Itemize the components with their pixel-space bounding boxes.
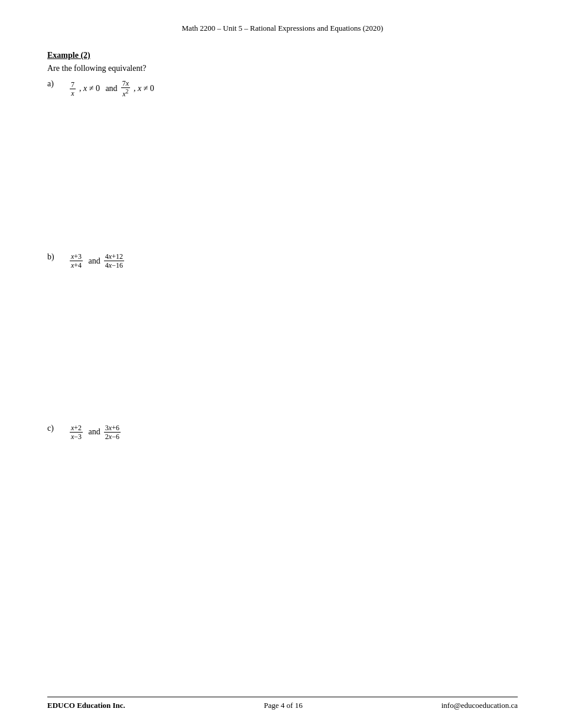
part-b-content: x+3 x+4 and 4x+12 4x−16 [70,252,124,270]
question-intro: Are the following equivalent? [47,64,518,73]
fraction-numerator-7x: 7x [121,79,130,88]
fraction-b1-denom: x+4 [70,261,83,269]
fraction-c1: x+2 x−3 [70,424,83,441]
fraction-7x-over-x2: 7x x2 [121,79,130,99]
fraction-c2: 3x+6 2x−6 [104,424,121,441]
fraction-c2-numer: 3x+6 [104,424,121,433]
fraction-7-over-x: 7 x [70,80,76,98]
page-container: Math 2200 – Unit 5 – Rational Expression… [0,0,565,728]
fraction-denominator: x [70,89,75,98]
footer-left: EDUCO Education Inc. [47,701,125,710]
part-c: c) x+2 x−3 and 3x+6 2x−6 [47,424,518,441]
part-a-condition2: , x ≠ 0 [134,84,154,93]
fraction-b2-numer: 4x+12 [104,252,124,261]
part-c-and: and [86,427,100,437]
part-a: a) 7 x , x ≠ 0 and 7x x2 , x ≠ 0 [47,79,518,99]
page-footer: EDUCO Education Inc. Page 4 of 16 info@e… [47,697,518,710]
part-a-content: 7 x , x ≠ 0 and 7x x2 , x ≠ 0 [70,79,154,99]
part-a-and: and [103,84,118,93]
fraction-b2: 4x+12 4x−16 [104,252,124,270]
part-b: b) x+3 x+4 and 4x+12 4x−16 [47,252,518,270]
example-title: Example (2) [47,51,518,60]
part-c-label: c) [47,424,65,433]
fraction-b2-denom: 4x−16 [104,261,124,269]
part-a-label: a) [47,79,65,89]
header-title: Math 2200 – Unit 5 – Rational Expression… [182,24,384,32]
fraction-c1-denom: x−3 [70,433,83,441]
part-b-label: b) [47,252,65,262]
part-c-content: x+2 x−3 and 3x+6 2x−6 [70,424,121,441]
fraction-b1: x+3 x+4 [70,252,83,270]
fraction-numerator: 7 [70,80,76,89]
part-b-and: and [86,256,100,266]
fraction-b1-numer: x+3 [70,252,83,261]
footer-center: Page 4 of 16 [264,701,303,710]
page-header: Math 2200 – Unit 5 – Rational Expression… [47,24,518,33]
part-a-condition1: , x ≠ 0 [79,84,100,93]
fraction-denominator-x2: x2 [121,88,129,98]
footer-right: info@educoeducation.ca [441,701,518,710]
fraction-c1-numer: x+2 [70,424,83,433]
fraction-c2-denom: 2x−6 [104,433,121,441]
